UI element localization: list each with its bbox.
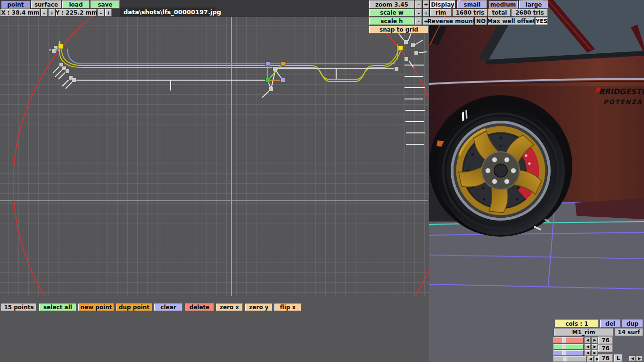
reverse-mount-label: Reverse mount: [429, 17, 474, 25]
clear-button[interactable]: clear: [154, 304, 182, 311]
select-all-button[interactable]: select all: [39, 304, 76, 311]
scale-w-plus-button[interactable]: +: [423, 9, 429, 16]
material-prev-button[interactable]: ◀: [629, 356, 636, 361]
control-point[interactable]: [404, 40, 408, 44]
rim-triangle-count: 1680 tris: [453, 9, 487, 16]
blue-slider[interactable]: [553, 350, 584, 356]
value-slider[interactable]: [553, 356, 586, 362]
control-point-orange[interactable]: [281, 62, 285, 66]
display-size-large-button[interactable]: large: [519, 0, 548, 8]
zoom-minus-button[interactable]: -: [415, 0, 422, 8]
material-next-button[interactable]: ▶: [636, 356, 643, 361]
rim-label: rim: [430, 9, 452, 16]
reverse-mount-toggle[interactable]: NO: [475, 17, 487, 25]
selected-point[interactable]: [398, 46, 403, 51]
control-point-green[interactable]: [266, 78, 270, 82]
decal-bridgestone: BRIDGESTONE: [599, 87, 644, 96]
scale-h-minus-button[interactable]: -: [415, 17, 422, 25]
display-label: Display: [430, 0, 455, 8]
red-value-display: 76: [598, 337, 613, 344]
display-size-medium-button[interactable]: medium: [488, 0, 518, 8]
x-plus-button[interactable]: +: [49, 9, 55, 16]
delete-button[interactable]: delete: [185, 304, 214, 311]
center-cap: [494, 164, 507, 177]
scale-width-button[interactable]: scale w: [369, 9, 414, 16]
value-slider-handle[interactable]: [563, 357, 567, 362]
scale-height-button[interactable]: scale h: [369, 17, 414, 25]
save-button[interactable]: save: [91, 0, 120, 8]
green-slider[interactable]: [553, 344, 584, 350]
background-image-path: data\shots\lfs_00000197.jpg: [120, 8, 215, 16]
surface-count-display: 14 surf: [615, 329, 643, 336]
control-point-lavender[interactable]: [266, 62, 270, 66]
point-mode-button[interactable]: point: [1, 0, 30, 8]
material-name-button[interactable]: M1_rim: [554, 329, 613, 336]
max-well-offset-label: Max well offset: [488, 17, 535, 25]
profile-curve-canvas: [0, 0, 429, 311]
scale-w-minus-button[interactable]: -: [415, 9, 422, 16]
points-count-display: 15 points: [1, 304, 36, 311]
green-decrement-button[interactable]: ◀: [585, 344, 591, 350]
control-point[interactable]: [66, 69, 70, 74]
selected-point[interactable]: [58, 44, 63, 49]
display-size-small-button[interactable]: small: [457, 0, 487, 8]
blue-slider-handle[interactable]: [562, 351, 566, 355]
total-triangle-count: 2680 tris: [512, 9, 548, 16]
value-decrement-button[interactable]: ◀: [587, 356, 594, 362]
control-point[interactable]: [52, 49, 56, 53]
zero-x-button[interactable]: zero x: [216, 304, 243, 311]
total-label: total: [488, 9, 511, 16]
red-decrement-button[interactable]: ◀: [585, 337, 591, 343]
luminance-button[interactable]: L: [614, 354, 622, 362]
control-point[interactable]: [72, 78, 76, 82]
scene-3d-view[interactable]: BRIDGESTONE POTENZA AVON: [429, 0, 644, 362]
blue-increment-button[interactable]: ▶: [592, 350, 598, 356]
reference-circle-overlay: [13, 0, 429, 311]
max-well-offset-toggle[interactable]: YES: [536, 17, 548, 25]
snap-to-grid-button[interactable]: snap to grid: [369, 26, 429, 33]
control-point[interactable]: [414, 51, 419, 55]
control-point[interactable]: [405, 57, 409, 61]
decal-potenza: POTENZA: [603, 99, 643, 106]
y-plus-button[interactable]: +: [105, 9, 112, 16]
reference-line-blue: [67, 44, 397, 63]
rim-editor-app: { "symbols": { "minus": "-", "plus": "+"…: [0, 0, 644, 362]
material-dup-button[interactable]: dup: [622, 320, 643, 328]
zoom-plus-button[interactable]: +: [423, 0, 429, 8]
cols-count-button[interactable]: cols : 1: [555, 320, 599, 328]
red-slider-handle[interactable]: [562, 337, 566, 343]
red-increment-button[interactable]: ▶: [592, 337, 598, 343]
x-minus-button[interactable]: -: [41, 9, 48, 16]
control-point[interactable]: [269, 87, 273, 91]
red-slider[interactable]: [553, 337, 584, 343]
material-panel: cols : 1 del dup M1_rim 14 surf M1_rim ◀…: [552, 317, 644, 362]
dup-point-button[interactable]: dup point: [116, 304, 152, 311]
blue-value-display: 76: [598, 354, 613, 362]
rim-profile-curve: [59, 47, 401, 82]
control-point[interactable]: [273, 67, 277, 71]
construction-lines: [49, 32, 427, 144]
flip-x-button[interactable]: flip x: [274, 304, 301, 311]
surface-mode-button[interactable]: surface: [31, 0, 61, 8]
control-point-lavender[interactable]: [281, 78, 285, 82]
green-increment-button[interactable]: ▶: [592, 344, 598, 350]
load-button[interactable]: load: [62, 0, 90, 8]
control-point[interactable]: [411, 43, 415, 48]
y-coordinate-display: Y : 225.2 mm: [56, 9, 97, 16]
y-minus-button[interactable]: -: [98, 9, 104, 16]
control-point[interactable]: [395, 67, 399, 71]
x-coordinate-display: X : 38.4 mm: [0, 9, 40, 16]
zero-y-button[interactable]: zero y: [245, 304, 272, 311]
green-value-display: 76: [598, 345, 613, 352]
blue-decrement-button[interactable]: ◀: [585, 350, 591, 356]
new-point-button[interactable]: new point: [78, 304, 114, 311]
zoom-level-display: zoom 3.45: [369, 0, 414, 8]
green-slider-handle[interactable]: [562, 345, 566, 349]
material-del-button[interactable]: del: [600, 320, 620, 328]
